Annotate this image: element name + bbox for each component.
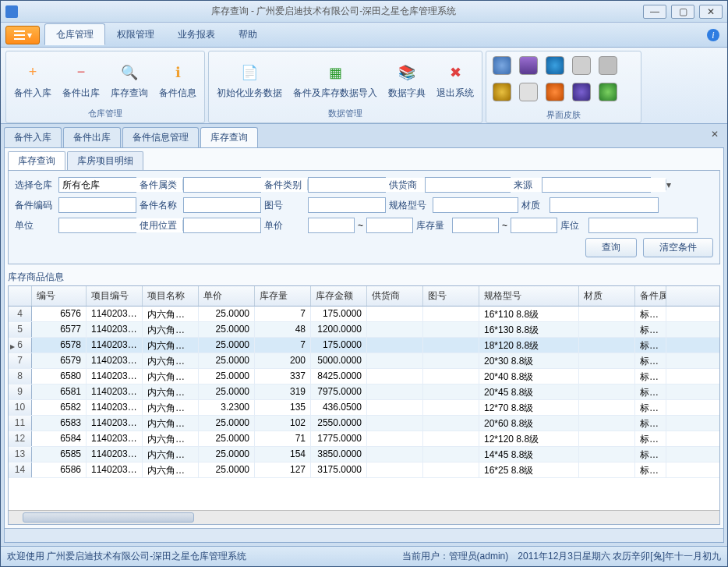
ribbon-item[interactable]: ✖退出系统 bbox=[432, 57, 479, 103]
table-row[interactable]: 14658611402030...内六角螺栓25.00001273175.000… bbox=[9, 462, 719, 478]
skin-option[interactable] bbox=[519, 56, 538, 75]
document-tab[interactable]: 库存查询 bbox=[200, 127, 258, 147]
material-input[interactable] bbox=[550, 197, 659, 213]
row-header[interactable]: 8 bbox=[9, 369, 32, 384]
column-header[interactable]: 库存量 bbox=[255, 286, 311, 306]
unit-combo[interactable]: ▾ bbox=[58, 218, 136, 233]
stock-min-input[interactable] bbox=[452, 218, 499, 233]
filter-label: 使用位置 bbox=[140, 219, 180, 232]
part-name-input[interactable] bbox=[183, 197, 261, 213]
menu-tab-2[interactable]: 业务报表 bbox=[166, 23, 227, 45]
row-header[interactable]: 6▸ bbox=[9, 338, 32, 353]
scrollbar-thumb[interactable] bbox=[23, 512, 194, 523]
ribbon-item[interactable]: ▦备件及库存数据导入 bbox=[288, 57, 382, 103]
row-header[interactable]: 11 bbox=[9, 416, 32, 431]
ribbon-item[interactable]: −备件出库 bbox=[58, 57, 104, 103]
table-row[interactable]: 5657711402030...内六角螺栓25.0000481200.00001… bbox=[9, 322, 719, 338]
menu-tab-1[interactable]: 权限管理 bbox=[105, 23, 166, 45]
column-header[interactable]: 图号 bbox=[423, 286, 479, 306]
source-combo[interactable]: ▾ bbox=[542, 177, 651, 193]
table-row[interactable]: 13658511402030...内六角螺栓25.00001543850.000… bbox=[9, 447, 719, 462]
skin-option[interactable] bbox=[599, 56, 617, 75]
part-type-combo[interactable]: ▾ bbox=[308, 177, 386, 193]
stock-max-input[interactable] bbox=[511, 218, 557, 233]
use-location-input[interactable] bbox=[183, 218, 261, 233]
spec-input[interactable] bbox=[433, 197, 518, 213]
column-header[interactable]: 编号 bbox=[32, 286, 87, 306]
row-header[interactable]: 12 bbox=[9, 431, 32, 446]
skin-option[interactable] bbox=[519, 83, 538, 101]
row-header[interactable]: 14 bbox=[9, 462, 32, 477]
table-row[interactable]: 9658111402030...内六角螺栓25.00003197975.0000… bbox=[9, 384, 719, 400]
query-button[interactable]: 查询 bbox=[585, 238, 637, 257]
clear-button[interactable]: 清空条件 bbox=[643, 238, 713, 257]
ribbon-item[interactable]: 🔍库存查询 bbox=[106, 57, 153, 103]
column-header[interactable]: 材质 bbox=[579, 286, 635, 306]
column-header[interactable]: 单价 bbox=[199, 286, 255, 306]
row-header[interactable]: 5 bbox=[9, 322, 32, 337]
attr-category-combo[interactable]: ▾ bbox=[183, 177, 261, 193]
skin-option[interactable] bbox=[493, 83, 511, 101]
price-max-input[interactable] bbox=[366, 218, 413, 233]
table-row[interactable]: 11658311402030...内六角螺栓25.00001022550.000… bbox=[9, 416, 719, 431]
price-min-input[interactable] bbox=[308, 218, 355, 233]
column-header[interactable]: 备件属 bbox=[635, 286, 666, 306]
skin-option[interactable] bbox=[572, 56, 591, 75]
cell: 25.0000 bbox=[199, 416, 255, 431]
row-header[interactable]: 7 bbox=[9, 353, 32, 368]
skin-option[interactable] bbox=[599, 83, 617, 101]
cell: 11402030... bbox=[87, 416, 143, 431]
menu-tab-0[interactable]: 仓库管理 bbox=[44, 23, 105, 45]
outer-scrollbar[interactable] bbox=[5, 528, 723, 542]
table-row[interactable]: 7657911402030...内六角螺栓25.00002005000.0000… bbox=[9, 353, 719, 369]
row-header[interactable]: 13 bbox=[9, 447, 32, 462]
skin-option[interactable] bbox=[493, 56, 511, 75]
table-row[interactable]: 6▸657811402030...内六角螺栓25.00007175.000018… bbox=[9, 338, 719, 353]
part-code-input[interactable] bbox=[58, 197, 136, 213]
cell: 11402030... bbox=[87, 400, 143, 415]
supplier-combo[interactable]: ▾ bbox=[425, 177, 511, 193]
skin-option[interactable] bbox=[572, 83, 591, 101]
app-icon bbox=[5, 5, 18, 18]
cell bbox=[423, 400, 479, 415]
column-header[interactable]: 库存金额 bbox=[311, 286, 367, 306]
column-header[interactable]: 供货商 bbox=[367, 286, 423, 306]
grid-body[interactable]: 4657611402030...内六角螺栓25.00007175.000016*… bbox=[9, 307, 719, 510]
skin-option[interactable] bbox=[546, 56, 564, 75]
ribbon-item[interactable]: +备件入库 bbox=[9, 57, 56, 103]
row-header[interactable]: 9 bbox=[9, 384, 32, 399]
drawing-no-input[interactable] bbox=[308, 197, 386, 213]
sub-tab[interactable]: 库存查询 bbox=[8, 151, 65, 170]
table-row[interactable]: 12658411402030...内六角螺栓25.0000711775.0000… bbox=[9, 431, 719, 447]
document-close-button[interactable]: ✕ bbox=[709, 129, 721, 141]
data-grid[interactable]: 编号项目编号项目名称单价库存量库存金额供货商图号规格型号材质备件属 465761… bbox=[8, 285, 720, 525]
table-row[interactable]: 10658211402030...内六角螺栓3.2300135436.05001… bbox=[9, 400, 719, 416]
chevron-down-icon[interactable]: ▾ bbox=[666, 179, 671, 190]
help-icon[interactable]: i bbox=[707, 29, 719, 41]
file-menu-button[interactable]: ▾ bbox=[5, 26, 40, 44]
ribbon-group-skin: 界面皮肤 bbox=[486, 51, 641, 123]
document-tab[interactable]: 备件入库 bbox=[4, 127, 62, 147]
skin-option[interactable] bbox=[546, 83, 564, 101]
ribbon-item[interactable]: ℹ备件信息 bbox=[154, 57, 201, 103]
table-row[interactable]: 8658011402030...内六角螺栓25.00003378425.0000… bbox=[9, 369, 719, 384]
ribbon-item[interactable]: 📄初始化业务数据 bbox=[212, 57, 287, 103]
ribbon-item[interactable]: 📚数据字典 bbox=[383, 57, 430, 103]
minimize-button[interactable]: — bbox=[643, 5, 666, 19]
menu-tab-3[interactable]: 帮助 bbox=[227, 23, 269, 45]
row-header[interactable]: 10 bbox=[9, 400, 32, 415]
column-header[interactable]: 项目编号 bbox=[87, 286, 143, 306]
sub-tab[interactable]: 库房项目明细 bbox=[67, 151, 143, 170]
table-row[interactable]: 4657611402030...内六角螺栓25.00007175.000016*… bbox=[9, 307, 719, 322]
svg-rect-1 bbox=[14, 34, 25, 36]
document-tab[interactable]: 备件信息管理 bbox=[122, 127, 199, 147]
column-header[interactable]: 规格型号 bbox=[479, 286, 579, 306]
close-button[interactable]: ✕ bbox=[699, 5, 723, 19]
row-header[interactable]: 4 bbox=[9, 307, 32, 321]
horizontal-scrollbar[interactable] bbox=[9, 510, 719, 524]
warehouse-combo[interactable]: ▾ bbox=[58, 177, 136, 193]
column-header[interactable]: 项目名称 bbox=[143, 286, 199, 306]
document-tab[interactable]: 备件出库 bbox=[63, 127, 121, 147]
location-input[interactable] bbox=[588, 218, 698, 233]
maximize-button[interactable]: ▢ bbox=[671, 5, 694, 19]
